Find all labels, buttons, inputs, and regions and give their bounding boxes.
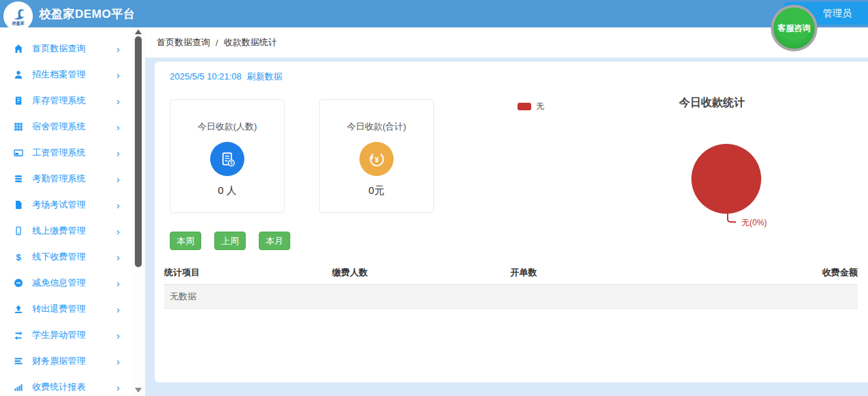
col-amount: 收费金额 <box>715 264 858 285</box>
this-week-button[interactable]: 本周 <box>170 232 201 250</box>
svg-text:¥: ¥ <box>374 155 379 163</box>
scroll-down-arrow-icon[interactable] <box>135 388 142 393</box>
pie-label-connector <box>727 214 736 223</box>
pie-slice-label: 无(0%) <box>741 217 767 229</box>
card-today-total: 今日收款(合计) ¥ 0元 <box>319 99 434 213</box>
period-filters: 本周 上周 本月 <box>170 232 290 250</box>
exchange-icon <box>14 330 23 340</box>
refresh-data-button[interactable]: 刷新数据 <box>246 71 282 82</box>
dollar-icon: $ <box>14 252 23 262</box>
grid-icon <box>14 122 23 132</box>
refund-yen-icon: ¥ <box>359 142 394 176</box>
home-icon <box>14 44 23 53</box>
chevron-right-icon: › <box>116 304 120 314</box>
table-empty-row: 无数据 <box>164 285 858 309</box>
chevron-right-icon: › <box>116 174 120 184</box>
chevron-right-icon: › <box>116 96 120 106</box>
swan-logo-icon <box>11 8 26 21</box>
sidebar-item-offline-payment[interactable]: $ 线下收费管理 › <box>0 244 132 270</box>
pie-slice <box>691 144 761 214</box>
bar-chart-icon <box>14 382 23 392</box>
sidebar-item-financial-bills[interactable]: 财务票据管理 › <box>0 348 132 374</box>
chevron-right-icon: › <box>116 382 120 393</box>
app-logo: 校盈家 <box>3 1 33 31</box>
today-total-value: 0元 <box>368 184 384 197</box>
breadcrumb-home[interactable]: 首页数据查询 <box>157 36 210 49</box>
invoice-dollar-icon: $ <box>210 142 244 176</box>
user-icon <box>14 70 23 79</box>
table-header-row: 统计项目 缴费人数 开单数 收费金额 <box>164 264 858 285</box>
chart-title: 今日收款统计 <box>637 96 787 110</box>
refresh-row: 2025/5/5 10:21:08 刷新数据 <box>170 71 282 83</box>
sidebar-item-waivers[interactable]: 减免信息管理 › <box>0 270 132 296</box>
chevron-right-icon: › <box>116 356 120 367</box>
chevron-right-icon: › <box>116 278 120 288</box>
support-chat-button[interactable]: 客服咨询 <box>771 5 817 51</box>
today-payers-value: 0 人 <box>218 184 237 197</box>
file-icon <box>14 200 23 210</box>
breadcrumb-current: 收款数据统计 <box>224 36 277 49</box>
col-order-count: 开单数 <box>510 264 715 285</box>
chevron-right-icon: › <box>116 200 120 210</box>
chevron-right-icon: › <box>116 122 120 132</box>
empty-text: 无数据 <box>164 285 858 309</box>
sidebar-item-dormitory[interactable]: 宿舍管理系统 › <box>0 114 132 140</box>
breadcrumb: 首页数据查询 / 收款数据统计 <box>145 27 868 58</box>
chart-legend-item[interactable]: 无 <box>518 101 544 112</box>
payroll-icon <box>14 148 23 158</box>
mobile-icon <box>14 226 23 236</box>
svg-text:$: $ <box>16 252 21 262</box>
minus-circle-icon <box>14 278 23 288</box>
scroll-up-arrow-icon[interactable] <box>135 29 142 34</box>
sidebar-item-attendance[interactable]: 考勤管理系统 › <box>0 166 132 192</box>
sidebar-item-online-payment[interactable]: 线上缴费管理 › <box>0 218 132 244</box>
sidebar: 首页数据查询 › 招生档案管理 › 库存管理系统 › 宿舍管理系统 › 工资管理… <box>0 27 132 396</box>
svg-text:$: $ <box>230 160 233 165</box>
scrollbar-thumb[interactable] <box>135 36 142 267</box>
main-area: 首页数据查询 / 收款数据统计 2025/5/5 10:21:08 刷新数据 今… <box>145 27 868 396</box>
sidebar-item-payroll[interactable]: 工资管理系统 › <box>0 140 132 166</box>
col-payer-count: 缴费人数 <box>332 264 510 285</box>
chevron-right-icon: › <box>116 330 120 341</box>
this-month-button[interactable]: 本月 <box>259 232 290 250</box>
chevron-right-icon: › <box>116 252 120 262</box>
legend-swatch <box>518 103 531 110</box>
breadcrumb-separator: / <box>216 38 218 48</box>
chevron-right-icon: › <box>116 226 120 236</box>
sidebar-item-student-changes[interactable]: 学生异动管理 › <box>0 322 132 348</box>
stats-table: 统计项目 缴费人数 开单数 收费金额 无数据 <box>164 264 858 309</box>
support-label: 客服咨询 <box>778 23 810 34</box>
last-week-button[interactable]: 上周 <box>214 232 246 250</box>
chevron-right-icon: › <box>116 70 120 80</box>
sidebar-item-fee-reports[interactable]: 收费统计报表 › <box>0 374 132 396</box>
invoice-lines-icon <box>14 356 23 366</box>
card-today-payers: 今日收款(人数) $ 0 人 <box>170 99 285 213</box>
sidebar-item-inventory[interactable]: 库存管理系统 › <box>0 88 132 114</box>
admin-label: 管理员 <box>823 8 852 20</box>
sidebar-item-home-data[interactable]: 首页数据查询 › <box>0 36 132 62</box>
app-header: 校盈家DEMO平台 管理员 <box>0 0 868 27</box>
refresh-timestamp: 2025/5/5 10:21:08 <box>170 71 242 82</box>
attendance-icon <box>14 174 23 184</box>
logo-text: 校盈家 <box>12 21 25 25</box>
sidebar-scrollbar[interactable] <box>132 27 145 396</box>
chevron-right-icon: › <box>116 44 120 54</box>
content-panel: 2025/5/5 10:21:08 刷新数据 今日收款(人数) $ 0 人 今日… <box>155 62 868 382</box>
journal-icon <box>14 96 23 106</box>
col-stat-item: 统计项目 <box>164 264 332 285</box>
app-title: 校盈家DEMO平台 <box>39 0 136 27</box>
chevron-right-icon: › <box>116 148 120 158</box>
upload-icon <box>14 304 23 314</box>
sidebar-item-refunds[interactable]: 转出退费管理 › <box>0 296 132 322</box>
sidebar-item-exams[interactable]: 考场考试管理 › <box>0 192 132 218</box>
sidebar-item-enrollment[interactable]: 招生档案管理 › <box>0 62 132 88</box>
